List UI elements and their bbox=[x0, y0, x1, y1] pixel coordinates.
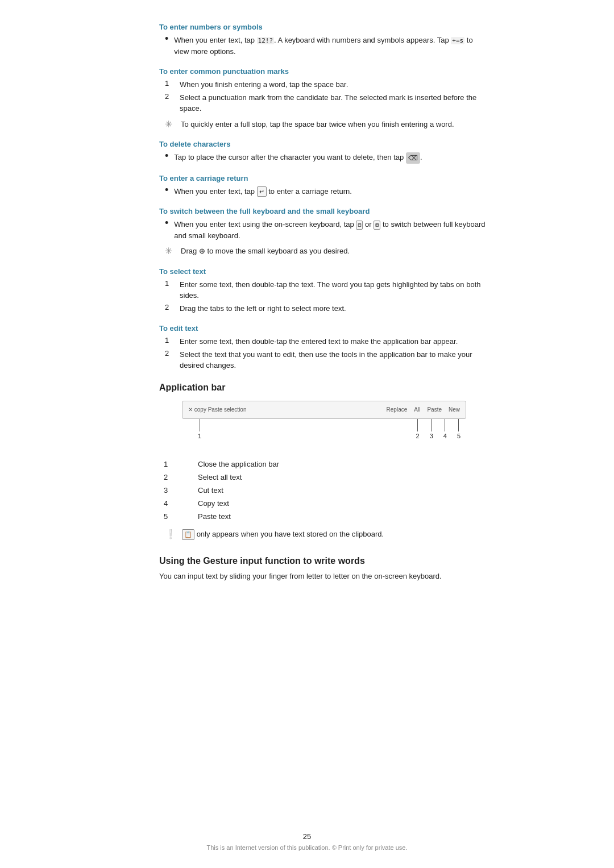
page-number: 25 bbox=[303, 832, 311, 841]
bullet-dot-4: • bbox=[165, 218, 168, 228]
select-text-step-2-text: Drag the tabs to the left or right to se… bbox=[180, 303, 489, 314]
arrow-5-label: 5 bbox=[457, 433, 460, 439]
switch-keyboard-tip-text: Drag ⊕ to move the small keyboard as you… bbox=[181, 246, 489, 257]
table-cell-desc: Paste text bbox=[193, 510, 489, 523]
edit-text-steps: 1 Enter some text, then double-tap the e… bbox=[159, 336, 489, 371]
select-text-step-1: 1 Enter some text, then double-tap the t… bbox=[165, 279, 489, 301]
edit-text-step-2: 2 Select the text that you want to edit,… bbox=[165, 349, 489, 371]
punctuation-tip-text: To quickly enter a full stop, tap the sp… bbox=[181, 119, 489, 130]
app-bar-mock-btn-replace: Replace bbox=[387, 406, 408, 413]
arrows-2-5: 2 3 4 5 bbox=[416, 419, 461, 439]
section-carriage: To enter a carriage return • When you en… bbox=[159, 174, 489, 197]
section-switch-keyboard: To switch between the full keyboard and … bbox=[159, 207, 489, 257]
section-numbers-symbols: To enter numbers or symbols • When you e… bbox=[159, 23, 489, 57]
heading-delete: To delete characters bbox=[159, 140, 489, 148]
arrow-4-label: 4 bbox=[443, 433, 447, 439]
select-text-step-1-text: Enter some text, then double-tap the tex… bbox=[180, 279, 489, 301]
select-text-steps: 1 Enter some text, then double-tap the t… bbox=[159, 279, 489, 314]
arrow-3-label: 3 bbox=[430, 433, 433, 439]
bullet-numbers-symbols: • When you enter text, tap 12!?. A keybo… bbox=[159, 35, 489, 57]
arrow-4: 4 bbox=[443, 419, 447, 439]
table-cell-desc: Select all text bbox=[193, 471, 489, 484]
edit-text-step-1-text: Enter some text, then double-tap the ent… bbox=[180, 336, 489, 347]
table-cell-num: 4 bbox=[159, 497, 193, 510]
heading-punctuation: To enter common punctuation marks bbox=[159, 67, 489, 76]
footer-notice: This is an Internet version of this publ… bbox=[207, 844, 408, 851]
heading-numbers-symbols: To enter numbers or symbols bbox=[159, 23, 489, 31]
punctuation-step-1: 1 When you finish entering a word, tap t… bbox=[165, 79, 489, 90]
app-bar-mock-right: Replace All Paste New bbox=[387, 406, 460, 413]
heading-carriage: To enter a carriage return bbox=[159, 174, 489, 182]
table-cell-desc: Copy text bbox=[193, 497, 489, 510]
arrow-5: 5 bbox=[457, 419, 460, 439]
table-cell-desc: Close the application bar bbox=[193, 458, 489, 471]
heading-select-text: To select text bbox=[159, 267, 489, 276]
edit-text-step-1: 1 Enter some text, then double-tap the e… bbox=[165, 336, 489, 347]
punctuation-steps: 1 When you finish entering a word, tap t… bbox=[159, 79, 489, 114]
bullet-dot: • bbox=[165, 34, 168, 44]
app-bar-mock: ✕ copy Paste selection Replace All Paste… bbox=[182, 401, 466, 419]
table-cell-num: 2 bbox=[159, 471, 193, 484]
arrow-1-line bbox=[200, 419, 200, 431]
table-row: 4Copy text bbox=[159, 497, 489, 510]
app-bar-mock-btn-all: All bbox=[414, 406, 420, 413]
tip-icon: ✳ bbox=[165, 119, 176, 130]
warning-text: 📋 only appears when you have text stored… bbox=[182, 529, 489, 540]
arrow-1: 1 bbox=[198, 419, 201, 439]
table-cell-num: 1 bbox=[159, 458, 193, 471]
app-bar-mock-btn-new: New bbox=[449, 406, 460, 413]
heading-gesture: Using the Gesture input function to writ… bbox=[159, 556, 489, 566]
bullet-dot-3: • bbox=[165, 185, 168, 195]
punctuation-step-1-text: When you finish entering a word, tap the… bbox=[180, 79, 489, 90]
section-delete: To delete characters • Tap to place the … bbox=[159, 140, 489, 164]
app-bar-warning: ❕ 📋 only appears when you have text stor… bbox=[165, 529, 489, 540]
warning-icon: ❕ bbox=[165, 529, 176, 539]
gesture-text: You can input text by sliding your finge… bbox=[159, 571, 489, 583]
tip-icon-2: ✳ bbox=[165, 246, 176, 256]
app-bar-mock-left: ✕ copy Paste selection bbox=[188, 406, 247, 413]
heading-switch-keyboard: To switch between the full keyboard and … bbox=[159, 207, 489, 215]
arrow-3: 3 bbox=[430, 419, 433, 439]
bullet-delete-text: Tap to place the cursor after the charac… bbox=[174, 152, 489, 164]
page-footer: 25 This is an Internet version of this p… bbox=[0, 832, 614, 851]
app-bar-diagram: ✕ copy Paste selection Replace All Paste… bbox=[159, 401, 489, 446]
table-row: 2Select all text bbox=[159, 471, 489, 484]
arrow-2: 2 bbox=[416, 419, 420, 439]
select-text-step-2: 2 Drag the tabs to the left or right to … bbox=[165, 303, 489, 314]
bullet-delete: • Tap to place the cursor after the char… bbox=[159, 152, 489, 164]
bullet-dot-2: • bbox=[165, 151, 168, 161]
heading-edit-text: To edit text bbox=[159, 324, 489, 333]
table-row: 5Paste text bbox=[159, 510, 489, 523]
section-edit-text: To edit text 1 Enter some text, then dou… bbox=[159, 324, 489, 371]
app-bar-mock-btn-paste: Paste bbox=[427, 406, 442, 413]
section-app-bar: Application bar ✕ copy Paste selection R… bbox=[159, 383, 489, 540]
punctuation-step-2-text: Select a punctuation mark from the candi… bbox=[180, 92, 489, 114]
table-cell-desc: Cut text bbox=[193, 484, 489, 497]
section-gesture: Using the Gesture input function to writ… bbox=[159, 556, 489, 583]
bullet-carriage: • When you enter text, tap ↵ to enter a … bbox=[159, 186, 489, 197]
bullet-carriage-text: When you enter text, tap ↵ to enter a ca… bbox=[174, 186, 489, 197]
app-bar-diagram-inner: ✕ copy Paste selection Replace All Paste… bbox=[182, 401, 466, 446]
bullet-switch-keyboard: • When you enter text using the on-scree… bbox=[159, 219, 489, 241]
table-row: 1Close the application bar bbox=[159, 458, 489, 471]
arrow-1-label: 1 bbox=[198, 433, 201, 439]
section-punctuation: To enter common punctuation marks 1 When… bbox=[159, 67, 489, 130]
app-bar-table: 1Close the application bar2Select all te… bbox=[159, 458, 489, 523]
bullet-switch-keyboard-text: When you enter text using the on-screen … bbox=[174, 219, 489, 241]
heading-app-bar: Application bar bbox=[159, 383, 489, 393]
bullet-numbers-symbols-text: When you enter text, tap 12!?. A keyboar… bbox=[174, 35, 489, 57]
table-row: 3Cut text bbox=[159, 484, 489, 497]
switch-keyboard-tip: ✳ Drag ⊕ to move the small keyboard as y… bbox=[165, 246, 489, 257]
arrow-2-label: 2 bbox=[416, 433, 420, 439]
edit-text-step-2-text: Select the text that you want to edit, t… bbox=[180, 349, 489, 371]
punctuation-step-2: 2 Select a punctuation mark from the can… bbox=[165, 92, 489, 114]
section-select-text: To select text 1 Enter some text, then d… bbox=[159, 267, 489, 314]
punctuation-tip: ✳ To quickly enter a full stop, tap the … bbox=[165, 119, 489, 130]
table-cell-num: 3 bbox=[159, 484, 193, 497]
table-cell-num: 5 bbox=[159, 510, 193, 523]
